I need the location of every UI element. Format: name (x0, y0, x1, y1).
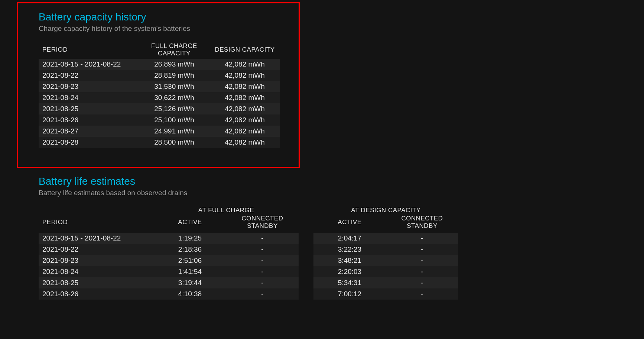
capacity-history-table: PERIOD FULL CHARGE CAPACITY DESIGN CAPAC… (39, 41, 280, 148)
table-row: 2021-08-264:10:38-7:00:12- (39, 288, 458, 300)
table-row: 2021-08-2525,126 mWh42,082 mWh (39, 103, 280, 114)
col-header-active-dc: ACTIVE (313, 215, 386, 233)
col-header-active-fc: ACTIVE (154, 215, 226, 233)
cell-dc-active: 5:34:31 (313, 277, 386, 288)
cell-fc-standby: - (226, 233, 299, 244)
cell-fc-standby: - (226, 266, 299, 277)
cell-dc-standby: - (386, 255, 458, 266)
col-header-design-capacity: DESIGN CAPACITY (209, 41, 280, 59)
col-header-full-charge: FULL CHARGE CAPACITY (139, 41, 209, 59)
cell-period: 2021-08-25 (39, 277, 154, 288)
cell-full-charge: 24,991 mWh (139, 126, 209, 137)
cell-dc-standby: - (386, 277, 458, 288)
cell-dc-active: 2:20:03 (313, 266, 386, 277)
cell-full-charge: 26,893 mWh (139, 59, 209, 70)
cell-period: 2021-08-22 (39, 70, 139, 81)
cell-period: 2021-08-28 (39, 137, 139, 148)
capacity-history-title: Battery capacity history (39, 11, 644, 23)
cell-design-capacity: 42,082 mWh (209, 70, 280, 81)
cell-period: 2021-08-27 (39, 126, 139, 137)
cell-dc-active: 7:00:12 (313, 288, 386, 300)
cell-fc-active: 1:41:54 (154, 266, 226, 277)
cell-period: 2021-08-22 (39, 244, 154, 255)
cell-period: 2021-08-23 (39, 81, 139, 92)
cell-dc-standby: - (386, 233, 458, 244)
cell-dc-active: 3:48:21 (313, 255, 386, 266)
col-header-period: PERIOD (39, 41, 139, 59)
table-row: 2021-08-2724,991 mWh42,082 mWh (39, 126, 280, 137)
table-row: 2021-08-15 - 2021-08-2226,893 mWh42,082 … (39, 59, 280, 70)
table-row: 2021-08-2625,100 mWh42,082 mWh (39, 114, 280, 126)
cell-period: 2021-08-24 (39, 266, 154, 277)
cell-full-charge: 28,819 mWh (139, 70, 209, 81)
life-estimates-subtitle: Battery life estimates based on observed… (39, 189, 644, 197)
table-row: 2021-08-232:51:06-3:48:21- (39, 255, 458, 266)
cell-design-capacity: 42,082 mWh (209, 114, 280, 126)
cell-dc-standby: - (386, 266, 458, 277)
cell-full-charge: 30,622 mWh (139, 92, 209, 103)
cell-full-charge: 28,500 mWh (139, 137, 209, 148)
table-row: 2021-08-2828,500 mWh42,082 mWh (39, 137, 280, 148)
cell-design-capacity: 42,082 mWh (209, 81, 280, 92)
cell-fc-standby: - (226, 255, 299, 266)
table-row: 2021-08-2430,622 mWh42,082 mWh (39, 92, 280, 103)
cell-full-charge: 25,100 mWh (139, 114, 209, 126)
table-row: 2021-08-253:19:44-5:34:31- (39, 277, 458, 288)
table-row: 2021-08-222:18:36-3:22:23- (39, 244, 458, 255)
cell-period: 2021-08-23 (39, 255, 154, 266)
cell-dc-active: 2:04:17 (313, 233, 386, 244)
cell-fc-active: 2:18:36 (154, 244, 226, 255)
cell-fc-active: 4:10:38 (154, 288, 226, 300)
cell-dc-standby: - (386, 244, 458, 255)
capacity-history-subtitle: Charge capacity history of the system's … (39, 25, 644, 33)
cell-design-capacity: 42,082 mWh (209, 137, 280, 148)
cell-period: 2021-08-26 (39, 288, 154, 300)
cell-period: 2021-08-25 (39, 103, 139, 114)
cell-dc-active: 3:22:23 (313, 244, 386, 255)
cell-design-capacity: 42,082 mWh (209, 103, 280, 114)
cell-period: 2021-08-15 - 2021-08-22 (39, 233, 154, 244)
cell-fc-standby: - (226, 244, 299, 255)
cell-fc-active: 1:19:25 (154, 233, 226, 244)
table-row: 2021-08-15 - 2021-08-221:19:25-2:04:17- (39, 233, 458, 244)
cell-design-capacity: 42,082 mWh (209, 126, 280, 137)
cell-dc-standby: - (386, 288, 458, 300)
table-row: 2021-08-2331,530 mWh42,082 mWh (39, 81, 280, 92)
cell-fc-active: 3:19:44 (154, 277, 226, 288)
table-row: 2021-08-2228,819 mWh42,082 mWh (39, 70, 280, 81)
life-estimates-table: AT FULL CHARGE AT DESIGN CAPACITY PERIOD… (39, 205, 458, 300)
cell-fc-active: 2:51:06 (154, 255, 226, 266)
col-header-period: PERIOD (39, 215, 154, 233)
cell-full-charge: 25,126 mWh (139, 103, 209, 114)
cell-period: 2021-08-26 (39, 114, 139, 126)
cell-full-charge: 31,530 mWh (139, 81, 209, 92)
cell-design-capacity: 42,082 mWh (209, 59, 280, 70)
cell-design-capacity: 42,082 mWh (209, 92, 280, 103)
col-header-standby-fc: CONNECTED STANDBY (226, 215, 299, 233)
cell-fc-standby: - (226, 277, 299, 288)
cell-period: 2021-08-24 (39, 92, 139, 103)
col-group-full-charge: AT FULL CHARGE (154, 205, 299, 215)
col-group-design-capacity: AT DESIGN CAPACITY (313, 205, 458, 215)
report-content: Battery capacity history Charge capacity… (0, 0, 644, 300)
cell-period: 2021-08-15 - 2021-08-22 (39, 59, 139, 70)
col-header-standby-dc: CONNECTED STANDBY (386, 215, 458, 233)
cell-fc-standby: - (226, 288, 299, 300)
table-row: 2021-08-241:41:54-2:20:03- (39, 266, 458, 277)
life-estimates-title: Battery life estimates (39, 175, 644, 187)
